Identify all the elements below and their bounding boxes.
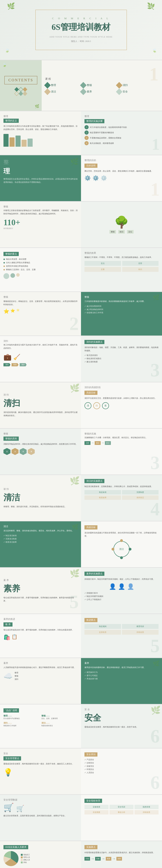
aq-left: 安全 安全管理要点 重视成员的安全教育，每时每刻都有安全第一观念，防患于未然，确… [0,748,81,794]
sk-r-text: 制定清洁检查标准，定期检查确认，并将结果公示，形成竞争机制，促进持续改善。 [85,485,159,488]
tree-icon: 🌳 [114,216,129,229]
6s-item-1: 整理—— 区分必要与不必要物品 [3,714,40,720]
seiri-detail-left: 整 理 整理就是区分必需品和非必需品，并将非必需品清除掉的活动。必需品是指正常作… [0,155,81,201]
sh-r-tag: 素养的实施要点 [85,571,104,576]
seiton-effect-text: 整顿的三不原则：不用找、不用等、不用想。员工能迅速取放物品，提高工作效率。 [85,256,159,259]
seiri-steps: 1 对工作场所全面检查，包括看得到和看不到的 2 制定需要和不需要的判断基准 3… [85,125,159,145]
slide-seiso-header: 清扫 将工作场所内看得见与看不见的地方清扫干净，保持工作场所干净、亮丽的环境，避… [0,336,162,382]
hex-row: 定 点 容 量 [3,448,77,455]
content-item-1: 整理 [45,83,79,88]
skd-leaf: 🌿 [72,524,79,530]
leaf-decoration-1: 🌿 [7,2,15,10]
shd-left: 素养的推进 教 养 每位成员养成良好的习惯，遵守规则做事，培养积极主动的精神，5… [0,614,81,658]
content-item-6: 安全 [117,89,151,94]
seiton-stat-label: 相关数据统计 [3,227,77,229]
slide-anquan: 安全 安全管理要点 重视成员的安全教育，每时每刻都有安全第一观念，防患于未然，确… [0,748,162,795]
seiton-proc-left: 整顿 整顿的原则 消除找寻物品的时间，消除过多的积压物品，减少取放物品的时间，创… [0,429,81,474]
sh-big-char: 素养 [3,583,77,594]
seiri-char-left: 整 [3,159,77,166]
seiton-nr-text: 工作场所的整顿是6S的基础，良好的整顿能有效提高工作效率，减少浪费。 [85,300,159,303]
seiton-detail-left: 整顿的要点 物品分类放置，标识清楚 任何人都能立即取出所要物品 使用完毕后能立即… [0,248,81,291]
sh-r-text: 持续推行前3S，制定共同遵守的有关规则、规定，公司上下彻底执行，培养良好习惯。 [85,578,159,581]
seiton-d-tag: 整顿的要点 [3,252,19,256]
leaf-decoration-3: 🍃 [5,48,10,53]
seiri-purpose-tag: 目的说明 [85,163,97,168]
sh-num-bg: 5 [69,591,79,613]
seiri-tag: 整理的定义 [3,119,19,123]
pie-legend: 现场员工 管理人员 质检人员 其他 [21,854,30,864]
seiri-desc: 将工作场所的东西区分为有必要与没有必要的，除了有必要的留下来，其他的都消除掉。目… [3,125,77,131]
pie-chart [3,851,19,866]
seiton-num: 110+ [3,218,20,227]
seiri-title-row: 整理的定义 [3,119,77,123]
step-4: 4 每天自我检查，维持整理成果 [85,141,159,145]
seiton-points: 物品分类放置，标识清楚 任何人都能立即取出所要物品 使用完毕后能立即放回原处 整… [3,258,77,271]
seiso-big-right: 清扫的高级阶段 高级目标 清扫不仅是清洁卫生，更重要的是发现污染源，从根本上消除… [81,382,162,428]
skd-label: 清洁 [3,525,77,528]
slide-contents: 🍃 🌿 CONTENTS 课 程 整理 整顿 清扫 [0,60,162,111]
point-2: 任何人都能立即取出所要物品 [3,261,77,264]
aqs-r-tag: 安全指标体系 [85,799,102,803]
sk-r-tag: 清洁的实施要点 [85,479,104,483]
slide-seiketsu-detail: 清洁 清洁是将整理、整顿、清扫的做法制度化、规范化，维持其成果，并公开化，透明化… [0,521,162,568]
seiso-r-text: 清扫的对象包括：地板、墙壁、天花板、工具、机器、桌椅等。清扫要做到彻底，包括角落… [85,346,159,352]
seiton-num-bg: 2 [69,313,79,334]
6st-r-text: 6S管理的推进需要全员参与，从高层到基层形成共识，建立长效机制，持续推进改善。 [85,851,159,854]
grid-4: 标识 [122,267,159,272]
seiton-n-label: 整顿 [3,296,77,299]
slide-seiketsu-header: 请 扫 清洁 将整理、整顿、清扫进行到底，并且制度化，经常保持环境处在美观的状态… [0,475,162,521]
seiton-grid: 定点 定容 定量 标识 [85,261,159,272]
6st-left: 6S综合实施人员要求 现场员工 管理人员 质检人员 其他 [0,841,81,868]
content-item-5: 素养 [81,89,115,94]
aqs-left: 安全管理数据 🛒 🛒 建立安全管理体系，定期开展安全检查，及时消除安全隐患，保障… [0,795,81,841]
leaf-decoration-2: 🌿 [147,2,155,10]
aq-label: 安全 [3,752,77,755]
seiri-char-main: 理 [3,167,77,176]
6s-leaf: 🌿 [151,706,161,715]
shc-text: 人员素养的提升是6S持续推进的核心动力，通过不断教育和训练，使员工养成自律习惯。 [3,666,77,669]
shc-cloud: ☁️ 整理 整顿 清扫 [3,672,77,681]
aqs-text: 建立安全管理体系，定期开展安全检查，及时消除安全隐患，保障生产安全。 [3,814,77,817]
aqs-label: 安全管理数据 [3,798,77,802]
tree-labels: 整顿 标识 定位 [109,230,133,234]
shc-r-label: 素养 [85,661,159,665]
slide-shitsuke-header: 素 养 素养 每位成员养成良好的习惯，并遵守规则做事，培养积极主动的精神。素养是… [0,568,162,614]
skd-right: 高级目标 清洁的最终目的是建立可视化管理系统，使任何异常状况都能一目了然，立即被… [81,521,162,567]
slide-anquan-stats: 安全管理数据 🛒 🛒 建立安全管理体系，定期开展安全检查，及时消除安全隐患，保障… [0,795,162,841]
seiton-pr-num: 3 [151,452,160,473]
slide-title: 🌿 🌿 🍃 🍃 C O M M E R C I A L 6S管理培训教材 ADD… [0,0,162,60]
skd-checks: ✓ 制定清洁标准 ✓ 完善清洁制度 ✓ 检查清洁效果 [3,534,77,544]
aq-tag: 安全管理要点 [3,756,21,761]
6st-l-tag: 6S综合实施人员要求 [3,845,28,849]
seiri-detail-text: 整理就是区分必需品和非必需品，并将非必需品清除掉的活动。必需品是指正常作业时必须… [3,178,77,184]
seiso-leaf: 🌿 [70,383,80,393]
seiso-big-left: 清 扫 清扫 清扫是发现问题、解决问题的过程。通过清扫可以发现设备的异常和隐患，… [0,382,81,428]
contents-items: 整理 整顿 清扫 清洁 素养 安全 [45,83,159,94]
slide-seiri-detail: 整 理 整理就是区分必需品和非必需品，并将非必需品清除掉的活动。必需品是指正常作… [0,155,162,202]
seiton-p-label: 整顿 [3,432,77,435]
shitsuke-left: 素 养 素养 每位成员养成良好的习惯，并遵守规则做事，培养积极主动的精神。素养是… [0,568,81,614]
shd-right: 推进要点 制定规则 教育培训 监督检查 持续改善 5 [81,614,162,658]
sk-leaf: 🌿 [70,476,80,486]
sk-text: 将整理、整顿、清扫进行到底，并且制度化，经常保持环境处在美观的状态。 [3,505,77,508]
aq-check-list: ✓ 产品安全 ✓ 过程安全 ✓ 设备安全 ✓ 环境安全 ✓ 人员安全 [85,758,159,774]
seiso-check-list: ✓ 每天坚持清扫 ✓ 细化清扫区域责任 ✓ 建立清扫制度 [85,354,159,363]
flow-row: 分析 → 规划 → 标识 [85,441,159,445]
6s-grid: 整理—— 区分必要与不必要物品 整顿—— 定位、定容、定量管理 清扫—— 彻底清… [3,714,77,727]
skd-left: 清洁 清洁是将整理、整顿、清扫的做法制度化、规范化，维持其成果，并公开化，透明化… [0,521,81,567]
seiton-d-right-label: 整顿的效果 [85,251,159,255]
aqs-grid: 设备检查 安全培训 隐患排查 应急预案 事故分析 持续改善 [85,805,159,814]
seiri-leaf-deco: 🌿 [70,158,79,166]
seiton-p-text: 消除找寻物品的时间，消除过多的积压物品，减少取放物品的时间，创造整洁的工作环境。 [3,442,77,446]
seiri-num-bg: 1 [152,135,160,154]
slide-shitsuke-cloud: 素养 人员素养的提升是6S持续推进的核心动力，通过不断教育和训练，使员工养成自律… [0,658,162,705]
contents-intro: 课 程 [45,77,159,81]
seiri-right2-label: 整理的目的 [85,159,159,162]
step-3: 3 不需要的物品清理掉，需要的合理摆放 [85,136,159,140]
slide-6s-total: 6S综合实施人员要求 现场员工 管理人员 质检人员 其他 实施要点 6S管理的推… [0,841,162,868]
slide-seiso-big: 清 扫 清扫 清扫是发现问题、解决问题的过程。通过清扫可以发现设备的异常和隐患，… [0,382,162,429]
sk-label: 请 扫 [3,488,77,491]
flower-deco: 清洁 [114,541,130,557]
circles-deco [3,273,77,279]
aq-bulb: 💡 [3,768,77,777]
